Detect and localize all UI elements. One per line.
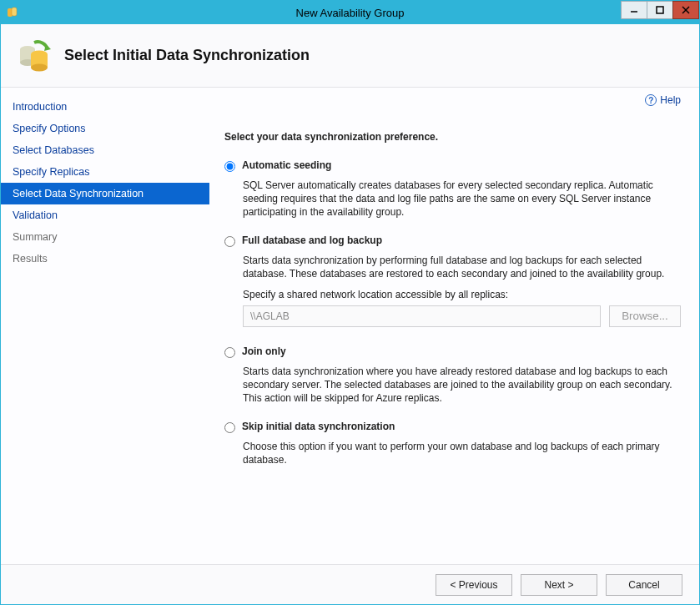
maximize-button[interactable]	[647, 1, 673, 19]
desc-skip-sync: Choose this option if you want to perfor…	[243, 440, 681, 466]
svg-rect-1	[12, 8, 17, 16]
browse-button: Browse...	[609, 305, 681, 327]
desc-automatic-seeding: SQL Server automatically creates databas…	[243, 179, 681, 219]
desc-join-only: Starts data synchronization where you ha…	[243, 365, 681, 406]
next-button[interactable]: Next >	[521, 574, 597, 596]
wizard-nav: Introduction Specify Options Select Data…	[1, 88, 209, 564]
desc-full-backup: Starts data synchronization by performin…	[243, 254, 681, 280]
label-join-only: Join only	[242, 345, 286, 357]
radio-join-only[interactable]	[224, 347, 235, 358]
cancel-button[interactable]: Cancel	[606, 574, 682, 596]
previous-button[interactable]: < Previous	[436, 574, 512, 596]
nav-validation[interactable]: Validation	[1, 204, 209, 226]
wizard-header: Select Initial Data Synchronization	[1, 24, 699, 88]
help-icon: ?	[645, 94, 657, 106]
app-icon	[6, 6, 19, 19]
nav-select-databases[interactable]: Select Databases	[1, 139, 209, 161]
radio-skip-sync[interactable]	[224, 422, 235, 433]
radio-full-backup[interactable]	[224, 236, 235, 247]
page-title: Select Initial Data Synchronization	[64, 47, 310, 64]
instruction-text: Select your data synchronization prefere…	[224, 131, 681, 143]
svg-point-11	[31, 63, 48, 71]
nav-summary: Summary	[1, 226, 209, 248]
wizard-footer: < Previous Next > Cancel	[1, 564, 699, 604]
label-shared-location: Specify a shared network location access…	[243, 289, 681, 300]
label-full-backup: Full database and log backup	[242, 234, 382, 246]
svg-rect-3	[657, 7, 663, 13]
help-label: Help	[660, 94, 681, 106]
nav-results: Results	[1, 248, 209, 270]
nav-select-data-sync[interactable]: Select Data Synchronization	[1, 183, 209, 204]
nav-specify-options[interactable]: Specify Options	[1, 118, 209, 139]
label-skip-sync: Skip initial data synchronization	[242, 421, 395, 432]
database-sync-icon	[16, 38, 53, 74]
nav-specify-replicas[interactable]: Specify Replicas	[1, 161, 209, 183]
input-shared-location	[243, 305, 601, 327]
close-button[interactable]	[672, 1, 699, 19]
nav-introduction[interactable]: Introduction	[1, 96, 209, 118]
main-panel: ? Help Select your data synchronization …	[209, 88, 699, 564]
wizard-window: New Availability Group Select Initial Da…	[0, 0, 700, 605]
minimize-button[interactable]	[621, 1, 647, 19]
window-title: New Availability Group	[1, 7, 699, 19]
titlebar: New Availability Group	[1, 1, 699, 24]
help-link[interactable]: ? Help	[645, 94, 681, 106]
radio-automatic-seeding[interactable]	[224, 161, 235, 172]
label-automatic-seeding: Automatic seeding	[242, 159, 331, 171]
